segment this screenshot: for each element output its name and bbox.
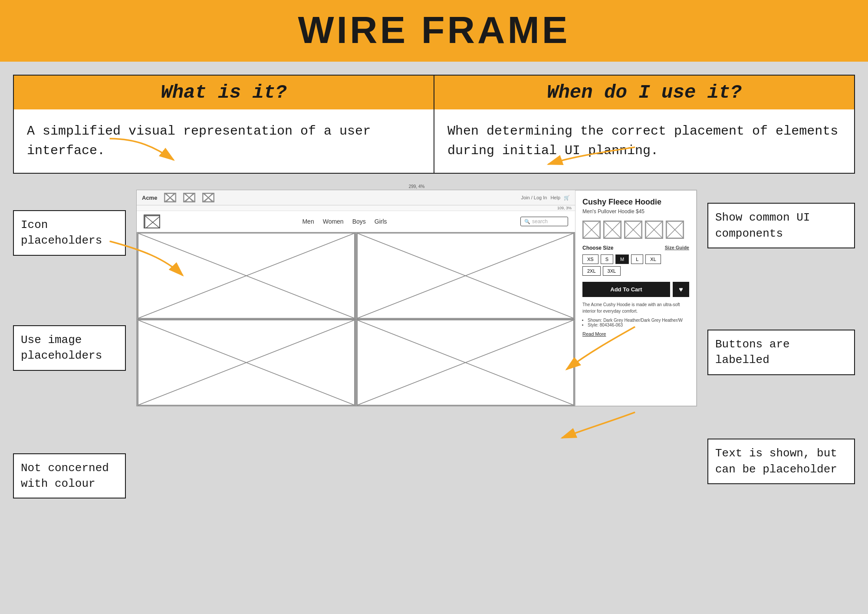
nav-boys[interactable]: Boys (352, 218, 366, 225)
brand-image-icon (144, 215, 160, 228)
mockup-body: Acme (137, 190, 575, 406)
search-icon: 🔍 (524, 219, 530, 224)
bullet-1: Shown: Dark Grey Heather/Dark Grey Heath… (588, 318, 689, 323)
mockup-topbar: Acme (137, 190, 575, 205)
product-title: Cushy Fleece Hoodie (582, 198, 689, 207)
what-is-it-header: What is it? (14, 76, 434, 109)
zoom-label-2: 109, 3% (137, 205, 575, 211)
mockup-navbar: Men Women Boys Girls 🔍 search (137, 211, 575, 232)
size-btn-s[interactable]: S (601, 254, 613, 264)
choose-size-label: Choose Size (582, 245, 613, 251)
page-wrapper: WIRE FRAME What is it? A simplified visu… (0, 0, 868, 614)
cart-icon: 🛒 (564, 195, 570, 201)
when-to-use-heading: When do I use it? (547, 82, 742, 103)
heart-icon: ♥ (679, 286, 683, 294)
zoom-label-top: 299, 4% (136, 184, 697, 189)
bullet-2: Style: 804346-063 (588, 323, 689, 327)
product-panel: Cushy Fleece Hoodie Men's Pullover Hoodi… (575, 190, 697, 406)
topbar-nav-links: Join / Log In Help 🛒 (521, 195, 570, 201)
size-btn-l[interactable]: L (631, 254, 643, 264)
mockup-main-nav: Men Women Boys Girls (169, 218, 520, 225)
nav-girls[interactable]: Girls (375, 218, 387, 225)
size-btn-3xl[interactable]: 3XL (603, 266, 621, 276)
add-to-cart-row: Add To Cart ♥ (582, 282, 689, 297)
product-thumbnails (582, 221, 689, 239)
header-banner: WIRE FRAME (0, 0, 868, 62)
mockup-logo: Acme (142, 195, 157, 201)
product-thumb-4[interactable] (645, 221, 663, 239)
when-to-use-card: When do I use it? When determining the c… (434, 75, 855, 174)
search-bar[interactable]: 🔍 search (520, 217, 568, 226)
read-more-link[interactable]: Read More (582, 331, 606, 337)
image-placeholder-3 (137, 319, 356, 406)
right-annotations: Show common UI components Buttons are la… (707, 184, 855, 498)
when-to-use-body: When determining the correct placement o… (434, 109, 854, 173)
size-section-header: Choose Size Size Guide (582, 245, 689, 251)
image-placeholder-2 (356, 232, 575, 319)
what-is-it-card: What is it? A simplified visual represen… (13, 75, 434, 174)
product-thumb-3[interactable] (624, 221, 642, 239)
image-placeholder-1 (137, 232, 356, 319)
page-title: WIRE FRAME (0, 8, 868, 52)
main-area: What is it? A simplified visual represen… (0, 62, 868, 614)
topbar-icon-2 (183, 193, 195, 202)
size-buttons-row-2: 2XL 3XL (582, 266, 689, 276)
annotation-not-concerned-colour: Not concerned with colour (13, 453, 126, 499)
size-btn-m[interactable]: M (615, 254, 629, 264)
search-placeholder: search (532, 218, 548, 224)
annotation-text-placeholder: Text is shown, but can be placeholder (707, 439, 855, 484)
product-subtitle: Men's Pullover Hoodie $45 (582, 208, 689, 215)
annotation-show-common-ui: Show common UI components (707, 203, 855, 248)
wishlist-button[interactable]: ♥ (673, 282, 689, 297)
product-thumb-1[interactable] (582, 221, 601, 239)
annotation-buttons-labelled: Buttons are labelled (707, 330, 855, 375)
size-btn-2xl[interactable]: 2XL (582, 266, 601, 276)
topbar-icon-1 (164, 193, 176, 202)
size-btn-xl[interactable]: XL (645, 254, 661, 264)
size-buttons-row-1: XS S M L XL (582, 254, 689, 264)
wireframe-mockup: Acme (136, 190, 697, 406)
product-bullet-list: Shown: Dark Grey Heather/Dark Grey Heath… (582, 318, 689, 327)
add-to-cart-button[interactable]: Add To Cart (582, 282, 670, 297)
what-is-it-text: A simplified visual representation of a … (27, 124, 371, 158)
topbar-icon-3 (202, 193, 214, 202)
when-to-use-text: When determining the correct placement o… (447, 124, 838, 158)
image-placeholder-4 (356, 319, 575, 406)
annotation-use-image-placeholders: Use image placeholders (13, 325, 126, 371)
what-is-it-heading: What is it? (161, 82, 286, 103)
annotation-icon-placeholders: Icon placeholders (13, 210, 126, 256)
product-thumb-2[interactable] (603, 221, 621, 239)
nav-men[interactable]: Men (302, 218, 314, 225)
image-grid (137, 232, 575, 406)
product-description: The Acme Cushy Hoodie is made with an ul… (582, 301, 689, 314)
info-cards-row: What is it? A simplified visual represen… (13, 75, 855, 174)
product-thumb-5[interactable] (666, 221, 684, 239)
what-is-it-body: A simplified visual representation of a … (14, 109, 434, 173)
size-guide-link[interactable]: Size Guide (665, 245, 689, 251)
nav-women[interactable]: Women (323, 218, 344, 225)
size-btn-xs[interactable]: XS (582, 254, 598, 264)
left-annotations: Icon placeholders Use image placeholders… (13, 184, 126, 498)
when-to-use-header: When do I use it? (434, 76, 854, 109)
